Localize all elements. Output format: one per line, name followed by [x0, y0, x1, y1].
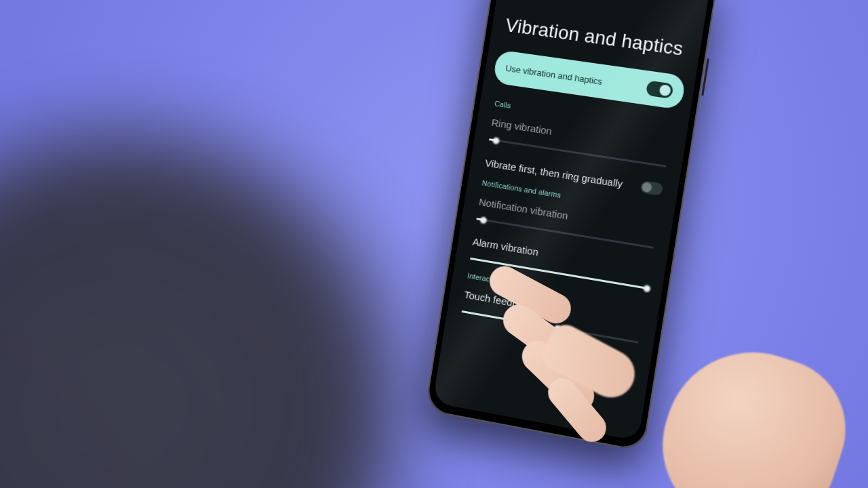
ring-vibration-label: Ring vibration — [491, 117, 553, 137]
slider-thumb[interactable] — [643, 285, 651, 293]
master-toggle-label: Use vibration and haptics — [505, 62, 603, 86]
alarm-vibration-label: Alarm vibration — [472, 236, 539, 258]
notification-vibration-label: Notification vibration — [478, 196, 569, 222]
slider-thumb[interactable] — [554, 325, 561, 333]
vibrate-first-switch[interactable] — [640, 180, 664, 196]
slider-thumb[interactable] — [492, 137, 500, 144]
master-toggle-switch[interactable] — [646, 81, 674, 99]
slider-thumb[interactable] — [479, 216, 487, 224]
touch-feedback-label: Touch feedback — [463, 289, 534, 312]
